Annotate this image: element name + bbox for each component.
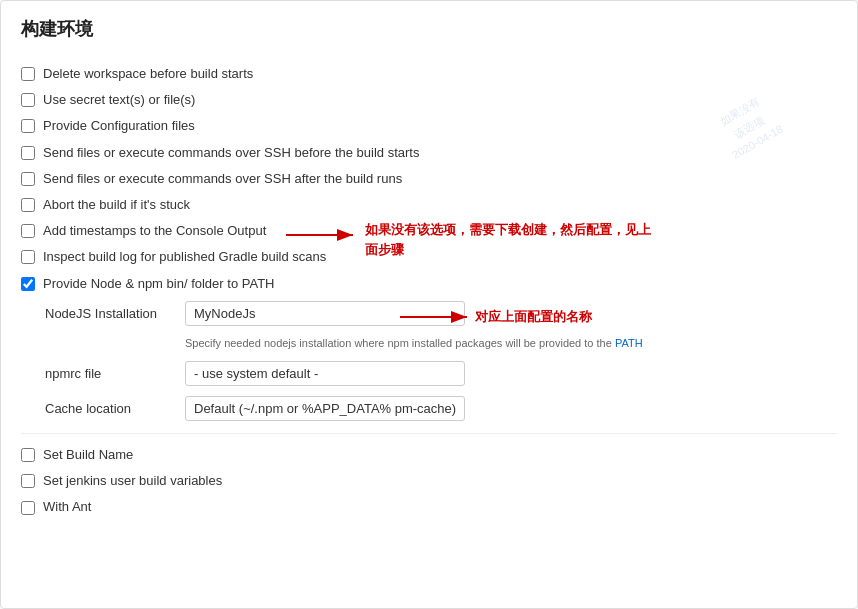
checkbox-label-4: Send files or execute commands over SSH … <box>43 144 419 162</box>
checkbox-label-6: Abort the build if it's stuck <box>43 196 190 214</box>
checkbox-item-12: With Ant <box>21 498 837 516</box>
checkbox-node-npm[interactable] <box>21 277 35 291</box>
node-section: NodeJS Installation 对应上面配置的名称 Specify ne… <box>45 301 837 421</box>
checkbox-item-2: Use secret text(s) or file(s) <box>21 91 837 109</box>
annotation-2: 对应上面配置的名称 <box>395 305 592 329</box>
checkbox-ssh-after[interactable] <box>21 172 35 186</box>
checkbox-list-bottom: Set Build Name Set jenkins user build va… <box>21 446 837 517</box>
checkbox-delete-workspace[interactable] <box>21 67 35 81</box>
checkbox-with-ant[interactable] <box>21 501 35 515</box>
checkbox-list-top: Delete workspace before build starts Use… <box>21 65 837 293</box>
cache-location-input[interactable] <box>185 396 465 421</box>
main-container: 如果没有该选项2020-04-18 构建环境 Delete workspace … <box>0 0 858 609</box>
checkbox-label-10: Set Build Name <box>43 446 133 464</box>
checkbox-gradle-scans[interactable] <box>21 250 35 264</box>
node-installation-label: NodeJS Installation <box>45 306 185 321</box>
checkbox-item-4: Send files or execute commands over SSH … <box>21 144 837 162</box>
npmrc-label: npmrc file <box>45 366 185 381</box>
checkbox-timestamps[interactable] <box>21 224 35 238</box>
checkbox-label-7: Add timestamps to the Console Output <box>43 222 266 240</box>
npmrc-row: npmrc file <box>45 361 837 386</box>
arrow-2-icon <box>395 305 475 329</box>
checkbox-item-1: Delete workspace before build starts <box>21 65 837 83</box>
checkbox-secret-text[interactable] <box>21 93 35 107</box>
checkbox-label-3: Provide Configuration files <box>43 117 195 135</box>
checkbox-item-3: Provide Configuration files <box>21 117 837 135</box>
checkbox-item-5: Send files or execute commands over SSH … <box>21 170 837 188</box>
divider <box>21 433 837 434</box>
checkbox-label-5: Send files or execute commands over SSH … <box>43 170 402 188</box>
path-link[interactable]: PATH <box>615 337 643 349</box>
checkbox-label-9: Provide Node & npm bin/ folder to PATH <box>43 275 274 293</box>
checkbox-item-8: Inspect build log for published Gradle b… <box>21 248 837 266</box>
checkbox-item-9: Provide Node & npm bin/ folder to PATH <box>21 275 837 293</box>
node-hint: Specify needed nodejs installation where… <box>185 336 837 351</box>
checkbox-abort-stuck[interactable] <box>21 198 35 212</box>
checkbox-jenkins-variables[interactable] <box>21 474 35 488</box>
checkbox-label-1: Delete workspace before build starts <box>43 65 253 83</box>
checkbox-ssh-before[interactable] <box>21 146 35 160</box>
checkbox-label-12: With Ant <box>43 498 91 516</box>
arrow-1-icon <box>281 220 361 250</box>
annotation-2-text: 对应上面配置的名称 <box>475 308 592 326</box>
checkbox-item-11: Set jenkins user build variables <box>21 472 837 490</box>
checkbox-item-10: Set Build Name <box>21 446 837 464</box>
page-title: 构建环境 <box>21 17 837 49</box>
checkbox-build-name[interactable] <box>21 448 35 462</box>
checkbox-label-2: Use secret text(s) or file(s) <box>43 91 195 109</box>
cache-location-row: Cache location <box>45 396 837 421</box>
node-installation-wrapper: NodeJS Installation 对应上面配置的名称 <box>45 301 837 326</box>
cache-location-label: Cache location <box>45 401 185 416</box>
npmrc-input[interactable] <box>185 361 465 386</box>
checkbox-label-8: Inspect build log for published Gradle b… <box>43 248 326 266</box>
checkbox-label-11: Set jenkins user build variables <box>43 472 222 490</box>
checkbox-item-6: Abort the build if it's stuck <box>21 196 837 214</box>
checkbox-config-files[interactable] <box>21 119 35 133</box>
checkbox-item-7-wrapper: Add timestamps to the Console Output 如果没… <box>21 222 837 240</box>
